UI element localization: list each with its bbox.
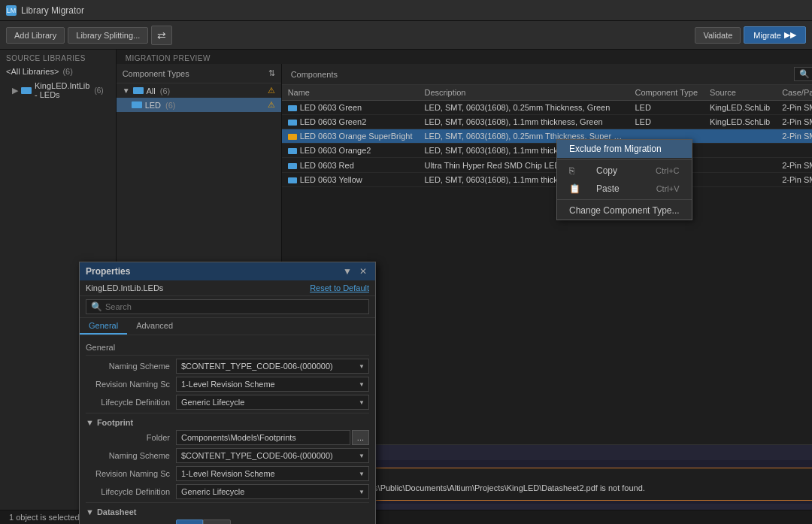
table-row[interactable]: LED 0603 Green LED, SMT, 0603(1608), 0.2… — [282, 101, 812, 115]
components-table: Name Description Component Type Source C… — [282, 85, 812, 187]
tab-advanced[interactable]: Advanced — [127, 318, 182, 335]
copy-icon: ⎘ — [569, 165, 581, 176]
table-row[interactable]: LED 0603 Orange SuperBright LED, SMT, 06… — [282, 129, 812, 144]
cell-description: LED, SMT, 0603(1608), 1.1mm thickness, G… — [418, 115, 629, 129]
datasheet-section-title: ▼ Datasheet — [86, 502, 369, 519]
cell-case-package: 2-Pin SMT, Body 1.6 x 0.8 mm, — [776, 158, 812, 173]
prop-search-icon: 🔍 — [91, 301, 102, 312]
lifecycle-select[interactable]: Generic Lifecycle — [176, 395, 369, 410]
cell-name: LED 0603 Orange2 — [282, 144, 419, 158]
led-warning-icon: ⚠ — [268, 100, 275, 110]
properties-panel: Properties ▼ ✕ KingLED.IntLib.LEDs Reset… — [79, 262, 376, 524]
expand-icon: ▶ — [12, 86, 18, 95]
col-case-package[interactable]: Case/Package — [776, 85, 812, 101]
led-icon — [132, 101, 142, 108]
led-tree-item[interactable]: LED (6) ⚠ — [117, 98, 281, 112]
revision-naming-select-wrap: 1-Level Revision Scheme — [176, 377, 369, 392]
fp-revision-naming-row: Revision Naming Sc 1-Level Revision Sche… — [86, 466, 369, 481]
tree-arrow-icon: ▼ — [123, 86, 130, 95]
folder-row: Folder ... — [86, 430, 369, 445]
reset-to-default-button[interactable]: Reset to Default — [310, 283, 369, 292]
library-splitting-button[interactable]: Library Splitting... — [68, 27, 148, 44]
migrate-row: Migrate Off On — [86, 519, 369, 524]
cell-case-package: 2-Pin SMT LED, 1.6 x 0.8 mm F — [776, 173, 812, 187]
source-libraries-label: SOURCE LIBRARIES — [0, 50, 116, 64]
datasheet-arrow-icon: ▼ — [86, 507, 94, 516]
kingled-lib-item[interactable]: ▶ KingLED.IntLib - LEDs (6) — [0, 79, 116, 101]
naming-scheme-select[interactable]: $CONTENT_TYPE_CODE-006-(000000) — [176, 359, 369, 374]
validate-button[interactable]: Validate — [695, 27, 741, 44]
context-menu-exclude[interactable]: Exclude from Migration — [557, 140, 692, 158]
revision-naming-row: Revision Naming Sc 1-Level Revision Sche… — [86, 377, 369, 392]
properties-close-button[interactable]: ✕ — [357, 266, 369, 277]
cell-name: LED 0603 Orange SuperBright — [282, 129, 419, 144]
cell-name: LED 0603 Green — [282, 101, 419, 115]
context-menu: Exclude from Migration ⎘ Copy Ctrl+C 📋 P… — [556, 139, 692, 220]
paste-icon: 📋 — [569, 183, 581, 194]
revision-naming-label: Revision Naming Sc — [86, 380, 176, 389]
fp-naming-scheme-row: Naming Scheme $CONTENT_TYPE_CODE-006-(00… — [86, 448, 369, 463]
migrate-button[interactable]: Migrate ▶▶ — [744, 26, 806, 44]
context-menu-change-type[interactable]: Change Component Type... — [557, 201, 692, 220]
sort-icon[interactable]: ⇅ — [268, 68, 275, 78]
properties-title-bar: Properties ▼ ✕ — [80, 262, 375, 280]
lib-icon — [21, 87, 32, 94]
properties-search: 🔍 — [80, 296, 375, 318]
fp-lifecycle-select[interactable]: Generic Lifecycle — [176, 484, 369, 499]
cell-name: LED 0603 Red — [282, 158, 419, 173]
naming-scheme-label: Naming Scheme — [86, 362, 176, 371]
table-row[interactable]: LED 0603 Red Ultra Thin Hyper Red SMD Ch… — [282, 158, 812, 173]
properties-pin-button[interactable]: ▼ — [341, 266, 354, 277]
app-icon: LM — [6, 5, 17, 16]
fp-naming-scheme-label: Naming Scheme — [86, 451, 176, 460]
cell-case-package: 2-Pin SMT LED, 1.6 x 0.8 mm F — [776, 129, 812, 144]
tab-general[interactable]: General — [80, 318, 127, 335]
cell-source — [704, 144, 776, 158]
all-libraries-item[interactable]: <All Libraries> (6) — [0, 64, 116, 79]
cell-name: LED 0603 Green2 — [282, 115, 419, 129]
fp-revision-naming-select-wrap: 1-Level Revision Scheme — [176, 466, 369, 481]
search-box[interactable]: 🔍 — [794, 67, 812, 81]
migrate-on-button[interactable]: On — [203, 519, 231, 524]
migrate-toggle-group: Off On — [176, 519, 231, 524]
properties-title-buttons: ▼ ✕ — [341, 266, 369, 277]
context-menu-paste[interactable]: 📋 Paste Ctrl+V — [557, 180, 692, 198]
migrate-arrow-icon: ▶▶ — [784, 30, 796, 40]
cell-description: LED, SMT, 0603(1608), 0.25mm Thickness, … — [418, 101, 629, 115]
refresh-button[interactable]: ⇄ — [151, 26, 172, 45]
component-types-header: Component Types ⇅ — [117, 64, 281, 83]
col-description[interactable]: Description — [418, 85, 629, 101]
naming-scheme-select-wrap: $CONTENT_TYPE_CODE-006-(000000) — [176, 359, 369, 374]
title-bar: LM Library Migrator — [0, 0, 812, 21]
context-menu-copy[interactable]: ⎘ Copy Ctrl+C — [557, 162, 692, 180]
table-row[interactable]: LED 0603 Green2 LED, SMT, 0603(1608), 1.… — [282, 115, 812, 129]
col-name[interactable]: Name — [282, 85, 419, 101]
col-component-type[interactable]: Component Type — [629, 85, 704, 101]
col-source[interactable]: Source — [704, 85, 776, 101]
cell-source: KingLED.SchLib — [704, 101, 776, 115]
context-menu-divider-2 — [557, 199, 692, 200]
properties-search-input[interactable] — [105, 302, 364, 311]
fp-lifecycle-label: Lifecycle Definition — [86, 487, 176, 496]
all-tree-item[interactable]: ▼ All (6) ⚠ — [117, 83, 281, 98]
app-title: Library Migrator — [21, 5, 84, 16]
folder-input[interactable] — [176, 430, 350, 445]
fp-lifecycle-select-wrap: Generic Lifecycle — [176, 484, 369, 499]
table-row[interactable]: LED 0603 Yellow LED, SMT, 0603(1608), 1.… — [282, 173, 812, 187]
cell-case-package: 2-Pin SMT LED, 1.6 x 0.8 mm E — [776, 101, 812, 115]
fp-naming-scheme-select[interactable]: $CONTENT_TYPE_CODE-006-(000000) — [176, 448, 369, 463]
revision-naming-select[interactable]: 1-Level Revision Scheme — [176, 377, 369, 392]
fp-revision-naming-select[interactable]: 1-Level Revision Scheme — [176, 466, 369, 481]
folder-browse-button[interactable]: ... — [352, 430, 369, 445]
footprint-arrow-icon: ▼ — [86, 418, 94, 427]
table-body: LED 0603 Green LED, SMT, 0603(1608), 0.2… — [282, 101, 812, 187]
cell-component-type: LED — [629, 101, 704, 115]
naming-scheme-row: Naming Scheme $CONTENT_TYPE_CODE-006-(00… — [86, 359, 369, 374]
toolbar: Add Library Library Splitting... ⇄ Valid… — [0, 21, 812, 50]
cell-source: KingLED.SchLib — [704, 115, 776, 129]
lifecycle-select-wrap: Generic Lifecycle — [176, 395, 369, 410]
table-row[interactable]: LED 0603 Orange2 LED, SMT, 0603(1608), 1… — [282, 144, 812, 158]
cell-name: LED 0603 Yellow — [282, 173, 419, 187]
add-library-button[interactable]: Add Library — [6, 27, 65, 44]
migrate-off-button[interactable]: Off — [176, 519, 203, 524]
